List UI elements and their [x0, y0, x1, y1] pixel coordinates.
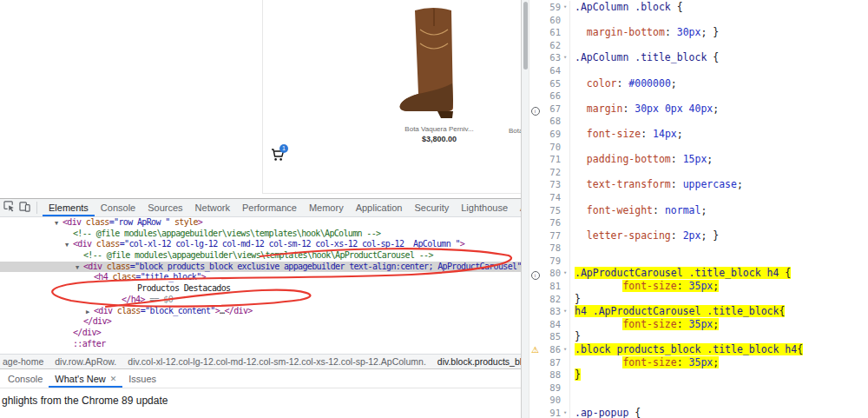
source-line[interactable]: 81 font-size: 35px;	[529, 280, 868, 293]
device-toolbar-icon[interactable]	[19, 200, 30, 216]
tree-row[interactable]: <h4 class="title_block">	[0, 272, 521, 283]
source-line[interactable]: 60	[529, 14, 868, 27]
source-line[interactable]: 77 letter-spacing: 2px; }	[529, 229, 868, 242]
line-number[interactable]: 63	[541, 51, 561, 64]
tree-row[interactable]: Productos Destacados	[0, 283, 521, 295]
line-number[interactable]: 86	[541, 343, 561, 356]
fold-arrow-icon[interactable]: ▾	[561, 343, 570, 356]
source-line[interactable]: 90	[529, 394, 868, 407]
source-line[interactable]: 87 font-size: 35px;	[529, 356, 868, 369]
source-line[interactable]: 65 color: #000000;	[529, 77, 868, 90]
source-line[interactable]: 85}	[529, 330, 868, 343]
source-line[interactable]: 78	[529, 242, 868, 255]
source-line[interactable]: 79	[529, 255, 868, 268]
drawer-tab-console[interactable]: Console	[2, 369, 49, 388]
line-number[interactable]: 70	[541, 141, 561, 154]
source-line[interactable]: 89	[529, 382, 868, 395]
line-number[interactable]: 66	[541, 90, 561, 103]
line-number[interactable]: 90	[541, 394, 561, 407]
info-icon[interactable]: i	[531, 271, 540, 280]
line-number[interactable]: 61	[541, 26, 561, 39]
inspect-icon[interactable]	[3, 200, 15, 216]
breadcrumb-item[interactable]: div.row.ApRow.	[55, 356, 116, 367]
tab-adblock[interactable]: AdBlock	[514, 199, 521, 216]
line-number[interactable]: 72	[541, 166, 561, 179]
source-line[interactable]: 61 margin-bottom: 30px; }	[529, 26, 868, 39]
tab-elements[interactable]: Elements	[43, 199, 95, 216]
source-line[interactable]: 84 font-size: 35px;	[529, 318, 868, 331]
source-line[interactable]: 74	[529, 191, 868, 204]
source-line[interactable]: 83▾h4 .ApProductCarousel .title_block{	[529, 305, 868, 318]
line-number[interactable]: 80	[541, 267, 561, 280]
tab-console[interactable]: Console	[95, 199, 141, 216]
line-number[interactable]: 71	[541, 153, 561, 166]
line-number[interactable]: 68	[541, 115, 561, 128]
source-line[interactable]: 75 font-weight: normal;	[529, 204, 868, 217]
source-line[interactable]: 82}	[529, 293, 868, 306]
line-number[interactable]: 84	[541, 318, 561, 331]
line-number[interactable]: 62	[541, 39, 561, 52]
tree-row[interactable]: <!-- @file modules\appagebuilder\views\t…	[0, 250, 521, 262]
info-icon[interactable]: i	[531, 107, 540, 116]
tab-memory[interactable]: Memory	[303, 199, 350, 216]
source-line[interactable]: 91▾.ap-popup {	[529, 407, 868, 418]
source-line[interactable]: 59▾.ApColumn .block {	[529, 1, 868, 14]
source-line[interactable]: 88}	[529, 368, 868, 382]
line-number[interactable]: 91	[541, 407, 561, 418]
tab-security[interactable]: Security	[408, 199, 455, 216]
fold-arrow-icon[interactable]: ▾	[561, 1, 570, 14]
source-line[interactable]: 69 font-size: 14px;	[529, 128, 868, 141]
scrollbar-thumb[interactable]	[523, 2, 528, 70]
tree-row[interactable]: <!-- @file modules\appagebuilder\views\t…	[0, 229, 521, 240]
drawer-tab-what-s-new[interactable]: What's New✕	[49, 369, 122, 388]
tab-application[interactable]: Application	[350, 199, 409, 216]
line-number[interactable]: 78	[541, 242, 561, 255]
line-number[interactable]: 76	[541, 216, 561, 229]
line-number[interactable]: 88	[541, 368, 561, 382]
line-number[interactable]: 87	[541, 356, 561, 369]
line-number[interactable]: 67	[541, 103, 561, 116]
line-number[interactable]: 69	[541, 128, 561, 141]
line-number[interactable]: 64	[541, 64, 561, 77]
source-line[interactable]: i67 margin: 30px 0px 40px;	[529, 103, 868, 116]
source-line[interactable]: 63▾.ApColumn .title_block {	[529, 51, 868, 64]
fold-arrow-icon[interactable]: ▾	[561, 305, 570, 318]
tree-row[interactable]: ▼<div class="row ApRow " style>	[0, 217, 521, 229]
line-number[interactable]: 77	[541, 229, 561, 242]
line-number[interactable]: 85	[541, 330, 561, 343]
line-number[interactable]: 59	[541, 1, 561, 14]
fold-arrow-icon[interactable]: ▾	[561, 407, 570, 418]
tree-row[interactable]: </div>	[0, 328, 521, 339]
line-number[interactable]: 83	[541, 305, 561, 318]
line-number[interactable]: 60	[541, 14, 561, 27]
source-line[interactable]: 68	[529, 115, 868, 128]
source-line[interactable]: 76	[529, 216, 868, 229]
source-line[interactable]: 73 text-transform: uppercase;	[529, 178, 868, 191]
tree-row[interactable]: ▼<div class="col-xl-12 col-lg-12 col-md-…	[0, 239, 521, 250]
tree-row[interactable]: </h4> == $0	[0, 295, 521, 306]
line-number[interactable]: 79	[541, 255, 561, 268]
scrollbar[interactable]	[521, 0, 529, 418]
line-number[interactable]: 82	[541, 293, 561, 306]
fold-arrow-icon[interactable]: ▾	[561, 267, 570, 280]
product-name[interactable]: Bota Vaquera Perniv...	[380, 125, 498, 133]
breadcrumb-item[interactable]: div.block.products_block.exclusive	[437, 356, 521, 367]
line-number[interactable]: 75	[541, 204, 561, 217]
tree-row[interactable]: ::after	[0, 339, 521, 350]
line-number[interactable]: 74	[541, 191, 561, 204]
source-line[interactable]: 71 padding-bottom: 15px;	[529, 153, 868, 166]
tree-row[interactable]: ▶<div class="block_content">…</div>	[0, 306, 521, 317]
tab-performance[interactable]: Performance	[236, 199, 303, 216]
tab-lighthouse[interactable]: Lighthouse	[455, 199, 514, 216]
source-line[interactable]: i80▾.ApProductCarousel .title_block h4 {	[529, 267, 868, 280]
source-line[interactable]: 72	[529, 166, 868, 179]
line-number[interactable]: 89	[541, 382, 561, 395]
fold-arrow-icon[interactable]: ▾	[561, 51, 570, 64]
line-number[interactable]: 81	[541, 280, 561, 293]
breadcrumb-item[interactable]: div.col-xl-12.col-lg-12.col-md-12.col-sm…	[128, 356, 426, 367]
line-number[interactable]: 65	[541, 77, 561, 90]
tree-row-selected[interactable]: ▼<div class="block products_block exclus…	[0, 262, 521, 273]
product-image-boot[interactable]	[389, 3, 479, 125]
source-line[interactable]: 62	[529, 39, 868, 52]
tab-network[interactable]: Network	[189, 199, 236, 216]
